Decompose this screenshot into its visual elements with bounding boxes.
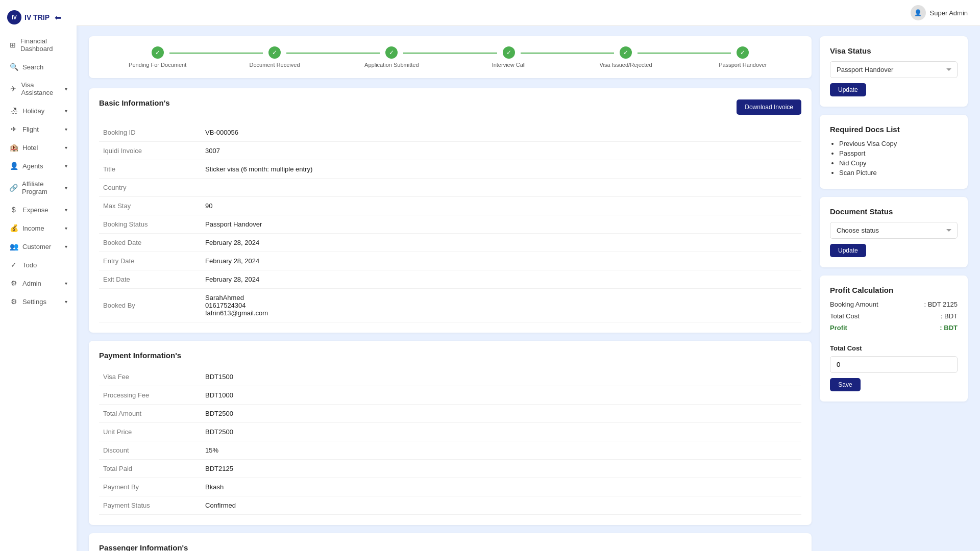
field-value: February 28, 2024 (201, 270, 801, 289)
field-label: Max Stay (99, 197, 201, 215)
step-label: Passport Handover (719, 62, 767, 68)
step-passport-handover: ✓ Passport Handover (684, 46, 801, 68)
table-row: Unit Price BDT2500 (99, 423, 801, 441)
left-panel: ✓ Pending For Document ✓ Document Receiv… (89, 36, 812, 551)
table-row: Discount 15% (99, 441, 801, 460)
field-label: Payment Status (99, 496, 201, 515)
sidebar-item-search[interactable]: 🔍 Search (2, 58, 75, 76)
save-button[interactable]: Save (830, 378, 861, 391)
profit-label: Profit (830, 324, 847, 332)
table-row: Country (99, 179, 801, 197)
sidebar-item-label: Agents (22, 162, 43, 170)
download-invoice-button[interactable]: Download Invoice (737, 99, 801, 115)
field-label: Booked By (99, 289, 201, 322)
field-value: BDT2500 (201, 405, 801, 423)
sidebar-nav: ⊞ Financial Dashboard 🔍 Search ✈ Visa As… (0, 33, 77, 310)
chevron-icon: ▾ (65, 86, 67, 92)
step-circle: ✓ (737, 46, 749, 59)
visa-status-update-button[interactable]: Update (830, 83, 866, 96)
field-value: Sticker visa (6 month: multiple entry) (201, 160, 801, 179)
logo-icon: IV (7, 10, 21, 24)
field-label: Booking Status (99, 215, 201, 234)
list-item: Scan Picture (839, 169, 958, 177)
field-label: Title (99, 160, 201, 179)
sidebar-item-settings[interactable]: ⚙ Settings ▾ (2, 293, 75, 310)
sidebar-item-label: Flight (22, 126, 39, 133)
step-circle: ✓ (503, 46, 515, 59)
step-interview-call: ✓ Interview Call (450, 46, 567, 68)
sidebar-item-expense[interactable]: $ Expense ▾ (2, 201, 75, 218)
right-panel: Visa Status Pending For DocumentDocument… (820, 36, 968, 551)
nav-icon-agents: 👤 (9, 162, 18, 170)
field-value: BDT2500 (201, 423, 801, 441)
sidebar-item-label: Expense (22, 206, 48, 214)
sidebar-item-customer[interactable]: 👥 Customer ▾ (2, 238, 75, 255)
total-cost-label: Total Cost (830, 312, 860, 320)
table-row: Total Amount BDT2500 (99, 405, 801, 423)
chevron-icon: ▾ (65, 244, 67, 249)
logo-text: IV TRIP (24, 13, 50, 21)
table-row: Iquidi Invoice 3007 (99, 142, 801, 160)
table-row: Booking Status Passport Handover (99, 215, 801, 234)
sidebar-item-visa-assistance[interactable]: ✈ Visa Assistance ▾ (2, 77, 75, 101)
total-cost-section-title: Total Cost (830, 344, 958, 352)
table-row: Title Sticker visa (6 month: multiple en… (99, 160, 801, 179)
step-label: Interview Call (492, 62, 526, 68)
sidebar-item-admin[interactable]: ⚙ Admin ▾ (2, 274, 75, 292)
required-docs-list: Previous Visa CopyPassportNid CopyScan P… (830, 140, 958, 177)
booking-amount-label: Booking Amount (830, 300, 878, 308)
sidebar-item-label: Todo (22, 261, 37, 269)
step-label: Pending For Document (129, 62, 186, 68)
table-row: Booked By SarahAhmed01617524304fafrin613… (99, 289, 801, 322)
sidebar-item-income[interactable]: 💰 Income ▾ (2, 219, 75, 237)
table-row: Max Stay 90 (99, 197, 801, 215)
booking-amount-row: Booking Amount : BDT 2125 (830, 300, 958, 308)
document-status-select[interactable]: Choose status (830, 222, 958, 239)
nav-icon-expense: $ (9, 206, 18, 214)
document-status-card: Document Status Choose status Update (820, 197, 968, 267)
chevron-icon: ▾ (65, 127, 67, 132)
profit-value: : BDT (940, 324, 958, 332)
content-area: ✓ Pending For Document ✓ Document Receiv… (77, 26, 980, 551)
nav-icon-visa-assistance: ✈ (9, 85, 17, 93)
field-value: February 28, 2024 (201, 252, 801, 270)
sidebar-item-affiliate-program[interactable]: 🔗 Affiliate Program ▾ (2, 176, 75, 200)
sidebar-item-hotel[interactable]: 🏨 Hotel ▾ (2, 139, 75, 156)
sidebar: IV IV TRIP ⬅ ⊞ Financial Dashboard 🔍 Sea… (0, 0, 77, 551)
total-cost-value: : BDT (941, 312, 958, 320)
step-circle: ✓ (385, 46, 398, 59)
field-label: Iquidi Invoice (99, 142, 201, 160)
sidebar-item-agents[interactable]: 👤 Agents ▾ (2, 157, 75, 174)
field-label: Processing Fee (99, 386, 201, 405)
passenger-info-card: Passenger Information's (89, 533, 812, 551)
nav-icon-search: 🔍 (9, 63, 18, 71)
sidebar-item-todo[interactable]: ✓ Todo (2, 256, 75, 273)
field-value: February 28, 2024 (201, 234, 801, 252)
visa-status-select[interactable]: Pending For DocumentDocument ReceivedApp… (830, 61, 958, 78)
passenger-info-title: Passenger Information's (99, 543, 801, 551)
back-icon[interactable]: ⬅ (55, 13, 61, 22)
field-label: Total Paid (99, 460, 201, 478)
table-row: Exit Date February 28, 2024 (99, 270, 801, 289)
list-item: Passport (839, 149, 958, 157)
sidebar-item-label: Affiliate Program (22, 180, 61, 195)
field-label: Booked Date (99, 234, 201, 252)
profit-row: Profit : BDT (830, 324, 958, 332)
nav-icon-todo: ✓ (9, 261, 18, 269)
basic-info-header: Basic Information's Download Invoice (99, 98, 801, 115)
sidebar-item-holiday[interactable]: 🏖 Holiday ▾ (2, 102, 75, 119)
field-label: Booking ID (99, 123, 201, 142)
document-status-update-button[interactable]: Update (830, 244, 866, 257)
field-label: Country (99, 179, 201, 197)
field-label: Total Amount (99, 405, 201, 423)
table-row: Payment Status Confirmed (99, 496, 801, 515)
sidebar-item-flight[interactable]: ✈ Flight ▾ (2, 120, 75, 138)
total-cost-input[interactable] (830, 356, 958, 373)
total-cost-row: Total Cost : BDT (830, 312, 958, 320)
sidebar-item-financial-dashboard[interactable]: ⊞ Financial Dashboard (2, 33, 75, 57)
sidebar-item-label: Holiday (22, 107, 44, 115)
list-item: Previous Visa Copy (839, 140, 958, 147)
nav-icon-customer: 👥 (9, 242, 18, 251)
table-row: Visa Fee BDT1500 (99, 368, 801, 386)
chevron-icon: ▾ (65, 163, 67, 169)
